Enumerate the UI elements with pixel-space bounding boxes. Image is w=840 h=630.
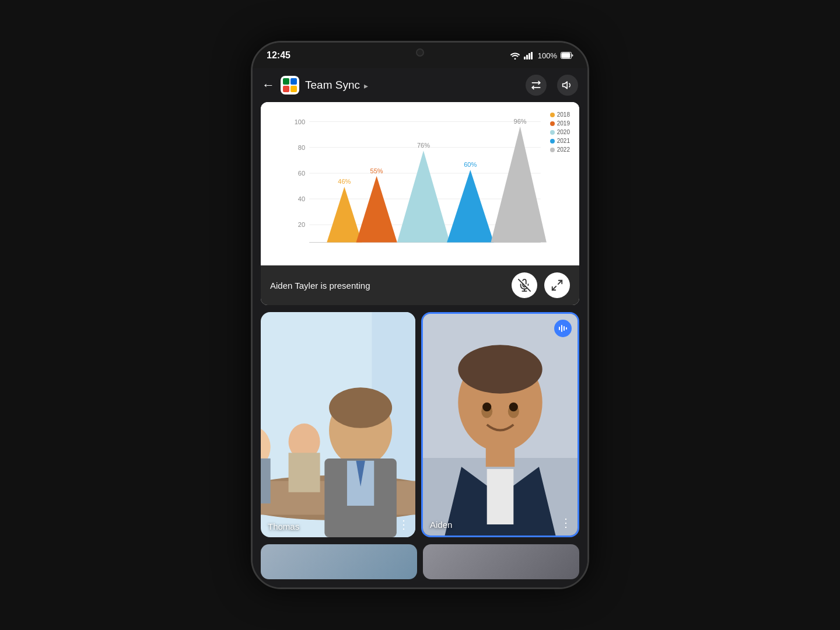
svg-rect-51 — [487, 469, 514, 524]
svg-rect-38 — [261, 459, 271, 503]
legend-dot-2020 — [550, 130, 555, 135]
svg-text:60%: 60% — [464, 161, 477, 168]
svg-text:100: 100 — [295, 118, 305, 125]
thomas-tile[interactable]: Thomas ⋮ — [261, 312, 415, 537]
status-icons: 100% — [510, 51, 573, 60]
volume-icon — [562, 79, 573, 91]
header-actions — [526, 75, 578, 96]
bar-2021 — [447, 170, 494, 242]
legend-dot-2022 — [550, 148, 555, 152]
svg-marker-11 — [563, 82, 568, 89]
presenter-bar: Aiden Tayler is presenting — [261, 265, 579, 305]
svg-text:60: 60 — [298, 170, 305, 177]
bar-2019 — [356, 176, 397, 243]
video-tiles: Thomas ⋮ — [253, 305, 587, 544]
battery-icon — [561, 52, 573, 59]
svg-rect-0 — [524, 57, 526, 60]
header-title: Team Sync ▸ — [305, 79, 520, 92]
svg-line-32 — [552, 286, 556, 290]
bar-2020 — [397, 150, 450, 242]
mic-off-icon — [518, 279, 531, 292]
svg-rect-5 — [562, 53, 570, 58]
svg-text:96%: 96% — [514, 118, 527, 125]
legend-dot-2019 — [550, 121, 555, 126]
svg-rect-3 — [531, 52, 533, 60]
bottom-tiles — [253, 544, 587, 587]
legend-label-2021: 2021 — [557, 138, 570, 144]
aiden-more-button[interactable]: ⋮ — [560, 516, 572, 530]
thomas-label: Thomas — [268, 522, 299, 531]
presenter-actions — [512, 272, 570, 298]
svg-text:46%: 46% — [338, 178, 351, 185]
meet-app-icon — [281, 76, 299, 94]
svg-text:76%: 76% — [417, 142, 430, 149]
fullscreen-button[interactable] — [544, 272, 570, 298]
legend-item-2019: 2019 — [550, 120, 570, 127]
svg-rect-2 — [528, 53, 530, 60]
legend-dot-2018 — [550, 113, 555, 117]
svg-rect-40 — [289, 453, 320, 492]
thomas-video-bg — [261, 312, 415, 537]
rotate-camera-button[interactable] — [526, 75, 547, 96]
camera-notch — [416, 48, 424, 57]
svg-rect-59 — [566, 327, 567, 330]
presentation-area: 2018 2019 2020 2021 — [261, 102, 579, 305]
svg-rect-56 — [559, 327, 560, 330]
wifi-icon — [510, 51, 520, 60]
signal-icon — [524, 51, 534, 60]
svg-text:80: 80 — [298, 144, 305, 151]
svg-text:55%: 55% — [370, 167, 383, 174]
bottom-tile-2[interactable] — [423, 544, 579, 579]
audio-wave-icon — [558, 324, 568, 333]
svg-rect-58 — [564, 326, 565, 331]
svg-text:20: 20 — [298, 221, 305, 228]
presenter-text: Aiden Tayler is presenting — [270, 281, 370, 290]
svg-point-54 — [482, 402, 491, 411]
svg-rect-10 — [290, 86, 297, 92]
legend-dot-2021 — [550, 139, 555, 144]
bar-2022 — [491, 127, 546, 243]
bar-2018 — [327, 187, 362, 242]
svg-rect-9 — [283, 86, 289, 92]
svg-rect-1 — [526, 55, 528, 60]
svg-point-49 — [458, 345, 542, 394]
header-chevron: ▸ — [364, 81, 368, 90]
fullscreen-icon — [551, 279, 564, 292]
chart-legend: 2018 2019 2020 2021 — [550, 111, 570, 153]
bottom-tile-1[interactable] — [261, 544, 417, 579]
svg-rect-57 — [561, 325, 562, 332]
legend-item-2021: 2021 — [550, 138, 570, 144]
svg-rect-50 — [486, 444, 514, 467]
phone-frame: 12:45 100% ← — [251, 41, 589, 589]
svg-point-55 — [509, 402, 518, 411]
rotate-icon — [530, 79, 542, 91]
aiden-video-bg — [423, 314, 578, 536]
legend-label-2022: 2022 — [557, 146, 570, 153]
app-header: ← Team Sync ▸ — [253, 68, 587, 102]
status-time: 12:45 — [267, 50, 290, 61]
aiden-tile[interactable]: Aiden ⋮ — [421, 312, 579, 537]
legend-item-2020: 2020 — [550, 129, 570, 135]
aiden-label: Aiden — [430, 520, 452, 530]
legend-label-2020: 2020 — [557, 129, 570, 135]
back-button[interactable]: ← — [262, 78, 275, 93]
mic-off-button[interactable] — [512, 272, 537, 298]
app-content: ← Team Sync ▸ — [253, 68, 587, 587]
audio-indicator — [554, 320, 572, 337]
thomas-more-button[interactable]: ⋮ — [398, 517, 410, 531]
legend-item-2018: 2018 — [550, 111, 570, 118]
legend-item-2022: 2022 — [550, 146, 570, 153]
volume-button[interactable] — [557, 75, 578, 96]
svg-rect-7 — [283, 78, 289, 85]
svg-rect-8 — [290, 78, 297, 85]
bar-chart-svg: 100 80 60 40 20 — [289, 111, 570, 256]
chart-container: 2018 2019 2020 2021 — [261, 102, 579, 265]
svg-point-42 — [329, 387, 392, 428]
legend-label-2018: 2018 — [557, 111, 570, 118]
svg-line-31 — [558, 281, 562, 284]
svg-text:40: 40 — [298, 195, 305, 202]
battery-text: 100% — [538, 51, 557, 60]
legend-label-2019: 2019 — [557, 120, 570, 127]
